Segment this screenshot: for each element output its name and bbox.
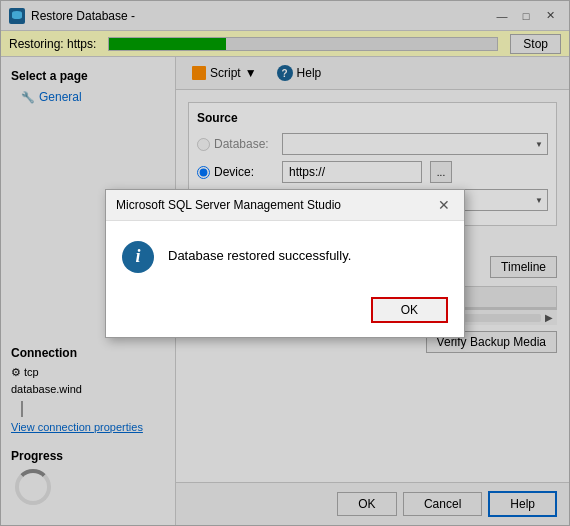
modal-body: i Database restored successfully. <box>106 221 464 289</box>
modal-message: Database restored successfully. <box>168 241 351 265</box>
success-modal: Microsoft SQL Server Management Studio ✕… <box>105 189 465 338</box>
modal-footer: OK <box>106 289 464 337</box>
info-icon: i <box>122 241 154 273</box>
modal-ok-button[interactable]: OK <box>371 297 448 323</box>
modal-title-bar: Microsoft SQL Server Management Studio ✕ <box>106 190 464 221</box>
modal-title: Microsoft SQL Server Management Studio <box>116 198 341 212</box>
modal-overlay: Microsoft SQL Server Management Studio ✕… <box>1 1 569 525</box>
info-symbol: i <box>135 246 140 267</box>
main-window: Restore Database - — □ ✕ Restoring: http… <box>0 0 570 526</box>
modal-close-button[interactable]: ✕ <box>434 196 454 214</box>
